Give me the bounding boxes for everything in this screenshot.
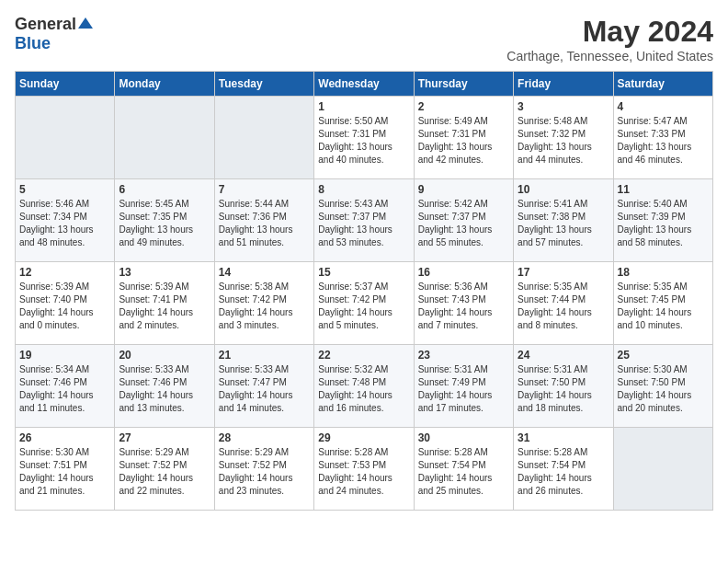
title-section: May 2024 Carthage, Tennessee, United Sta… bbox=[506, 15, 713, 63]
day-number: 11 bbox=[618, 183, 709, 196]
calendar-cell: 11Sunrise: 5:40 AMSunset: 7:39 PMDayligh… bbox=[613, 179, 712, 262]
day-header-monday: Monday bbox=[115, 72, 214, 97]
calendar-cell: 10Sunrise: 5:41 AMSunset: 7:38 PMDayligh… bbox=[514, 179, 613, 262]
day-number: 23 bbox=[418, 349, 509, 362]
calendar-header-row: SundayMondayTuesdayWednesdayThursdayFrid… bbox=[16, 72, 713, 97]
day-number: 17 bbox=[518, 266, 609, 279]
calendar-table: SundayMondayTuesdayWednesdayThursdayFrid… bbox=[15, 71, 713, 511]
calendar-cell: 16Sunrise: 5:36 AMSunset: 7:43 PMDayligh… bbox=[414, 262, 513, 345]
calendar-cell: 17Sunrise: 5:35 AMSunset: 7:44 PMDayligh… bbox=[514, 262, 613, 345]
day-info: Sunrise: 5:31 AMSunset: 7:49 PMDaylight:… bbox=[418, 363, 509, 415]
calendar-cell bbox=[16, 97, 115, 179]
month-title: May 2024 bbox=[506, 15, 713, 49]
day-number: 25 bbox=[618, 349, 709, 362]
day-info: Sunrise: 5:31 AMSunset: 7:50 PMDaylight:… bbox=[518, 363, 609, 415]
calendar-cell: 22Sunrise: 5:32 AMSunset: 7:48 PMDayligh… bbox=[314, 345, 414, 428]
calendar-cell: 19Sunrise: 5:34 AMSunset: 7:46 PMDayligh… bbox=[16, 345, 115, 428]
day-info: Sunrise: 5:49 AMSunset: 7:31 PMDaylight:… bbox=[418, 115, 509, 167]
day-number: 24 bbox=[518, 349, 609, 362]
day-header-saturday: Saturday bbox=[613, 72, 712, 97]
day-number: 6 bbox=[119, 183, 210, 196]
calendar-cell: 21Sunrise: 5:33 AMSunset: 7:47 PMDayligh… bbox=[214, 345, 313, 428]
day-info: Sunrise: 5:33 AMSunset: 7:46 PMDaylight:… bbox=[119, 363, 210, 415]
day-number: 28 bbox=[219, 431, 310, 444]
day-info: Sunrise: 5:42 AMSunset: 7:37 PMDaylight:… bbox=[418, 198, 509, 249]
day-number: 27 bbox=[119, 431, 210, 444]
calendar-cell: 2Sunrise: 5:49 AMSunset: 7:31 PMDaylight… bbox=[414, 97, 513, 179]
calendar-week-4: 19Sunrise: 5:34 AMSunset: 7:46 PMDayligh… bbox=[16, 345, 713, 428]
day-number: 13 bbox=[119, 266, 210, 279]
location-title: Carthage, Tennessee, United States bbox=[506, 49, 713, 63]
day-number: 2 bbox=[418, 100, 509, 113]
calendar-cell: 29Sunrise: 5:28 AMSunset: 7:53 PMDayligh… bbox=[314, 428, 414, 511]
day-number: 14 bbox=[219, 266, 310, 279]
calendar-cell: 9Sunrise: 5:42 AMSunset: 7:37 PMDaylight… bbox=[414, 179, 513, 262]
day-number: 8 bbox=[318, 183, 409, 196]
calendar-week-3: 12Sunrise: 5:39 AMSunset: 7:40 PMDayligh… bbox=[16, 262, 713, 345]
day-number: 4 bbox=[618, 100, 709, 113]
day-info: Sunrise: 5:33 AMSunset: 7:47 PMDaylight:… bbox=[219, 363, 310, 415]
logo-blue-text: Blue bbox=[15, 34, 51, 52]
calendar-cell: 24Sunrise: 5:31 AMSunset: 7:50 PMDayligh… bbox=[514, 345, 613, 428]
calendar-week-1: 1Sunrise: 5:50 AMSunset: 7:31 PMDaylight… bbox=[16, 97, 713, 179]
day-number: 3 bbox=[518, 100, 609, 113]
day-number: 18 bbox=[618, 266, 709, 279]
day-number: 5 bbox=[19, 183, 110, 196]
calendar-cell: 14Sunrise: 5:38 AMSunset: 7:42 PMDayligh… bbox=[214, 262, 313, 345]
calendar-cell: 12Sunrise: 5:39 AMSunset: 7:40 PMDayligh… bbox=[16, 262, 115, 345]
day-header-sunday: Sunday bbox=[16, 72, 115, 97]
day-info: Sunrise: 5:41 AMSunset: 7:38 PMDaylight:… bbox=[518, 198, 609, 249]
calendar-cell: 26Sunrise: 5:30 AMSunset: 7:51 PMDayligh… bbox=[16, 428, 115, 511]
day-number: 31 bbox=[518, 431, 609, 444]
day-number: 15 bbox=[318, 266, 409, 279]
day-info: Sunrise: 5:35 AMSunset: 7:44 PMDaylight:… bbox=[518, 281, 609, 332]
calendar-cell: 8Sunrise: 5:43 AMSunset: 7:37 PMDaylight… bbox=[314, 179, 414, 262]
day-info: Sunrise: 5:43 AMSunset: 7:37 PMDaylight:… bbox=[318, 198, 409, 249]
day-info: Sunrise: 5:28 AMSunset: 7:53 PMDaylight:… bbox=[318, 446, 409, 498]
calendar-cell: 4Sunrise: 5:47 AMSunset: 7:33 PMDaylight… bbox=[613, 97, 712, 179]
day-info: Sunrise: 5:39 AMSunset: 7:40 PMDaylight:… bbox=[19, 281, 110, 332]
day-info: Sunrise: 5:40 AMSunset: 7:39 PMDaylight:… bbox=[618, 198, 709, 249]
calendar-cell: 30Sunrise: 5:28 AMSunset: 7:54 PMDayligh… bbox=[414, 428, 513, 511]
calendar-cell: 23Sunrise: 5:31 AMSunset: 7:49 PMDayligh… bbox=[414, 345, 513, 428]
calendar-cell bbox=[115, 97, 214, 179]
calendar-cell: 25Sunrise: 5:30 AMSunset: 7:50 PMDayligh… bbox=[613, 345, 712, 428]
day-info: Sunrise: 5:30 AMSunset: 7:51 PMDaylight:… bbox=[19, 446, 110, 498]
day-number: 1 bbox=[318, 100, 409, 113]
day-number: 26 bbox=[19, 431, 110, 444]
day-header-wednesday: Wednesday bbox=[314, 72, 414, 97]
day-info: Sunrise: 5:39 AMSunset: 7:41 PMDaylight:… bbox=[119, 281, 210, 332]
day-number: 19 bbox=[19, 349, 110, 362]
calendar-cell: 5Sunrise: 5:46 AMSunset: 7:34 PMDaylight… bbox=[16, 179, 115, 262]
calendar-cell: 13Sunrise: 5:39 AMSunset: 7:41 PMDayligh… bbox=[115, 262, 214, 345]
svg-marker-0 bbox=[78, 17, 93, 29]
logo-icon bbox=[78, 16, 93, 30]
calendar-cell: 7Sunrise: 5:44 AMSunset: 7:36 PMDaylight… bbox=[214, 179, 313, 262]
calendar-cell: 31Sunrise: 5:28 AMSunset: 7:54 PMDayligh… bbox=[514, 428, 613, 511]
calendar-week-5: 26Sunrise: 5:30 AMSunset: 7:51 PMDayligh… bbox=[16, 428, 713, 511]
calendar-cell: 3Sunrise: 5:48 AMSunset: 7:32 PMDaylight… bbox=[514, 97, 613, 179]
day-info: Sunrise: 5:47 AMSunset: 7:33 PMDaylight:… bbox=[618, 115, 709, 167]
calendar-cell: 15Sunrise: 5:37 AMSunset: 7:42 PMDayligh… bbox=[314, 262, 414, 345]
calendar-cell: 20Sunrise: 5:33 AMSunset: 7:46 PMDayligh… bbox=[115, 345, 214, 428]
day-header-thursday: Thursday bbox=[414, 72, 513, 97]
day-number: 10 bbox=[518, 183, 609, 196]
day-info: Sunrise: 5:44 AMSunset: 7:36 PMDaylight:… bbox=[219, 198, 310, 249]
page-header: General Blue May 2024 Carthage, Tennesse… bbox=[15, 15, 713, 63]
day-number: 30 bbox=[418, 431, 509, 444]
logo-general-text: General bbox=[15, 15, 76, 34]
day-number: 22 bbox=[318, 349, 409, 362]
day-number: 16 bbox=[418, 266, 509, 279]
day-info: Sunrise: 5:32 AMSunset: 7:48 PMDaylight:… bbox=[318, 363, 409, 415]
day-info: Sunrise: 5:30 AMSunset: 7:50 PMDaylight:… bbox=[618, 363, 709, 415]
day-info: Sunrise: 5:29 AMSunset: 7:52 PMDaylight:… bbox=[119, 446, 210, 498]
day-header-friday: Friday bbox=[514, 72, 613, 97]
day-number: 7 bbox=[219, 183, 310, 196]
day-info: Sunrise: 5:34 AMSunset: 7:46 PMDaylight:… bbox=[19, 363, 110, 415]
day-info: Sunrise: 5:36 AMSunset: 7:43 PMDaylight:… bbox=[418, 281, 509, 332]
day-info: Sunrise: 5:38 AMSunset: 7:42 PMDaylight:… bbox=[219, 281, 310, 332]
calendar-cell: 28Sunrise: 5:29 AMSunset: 7:52 PMDayligh… bbox=[214, 428, 313, 511]
day-number: 12 bbox=[19, 266, 110, 279]
day-info: Sunrise: 5:35 AMSunset: 7:45 PMDaylight:… bbox=[618, 281, 709, 332]
calendar-cell: 6Sunrise: 5:45 AMSunset: 7:35 PMDaylight… bbox=[115, 179, 214, 262]
